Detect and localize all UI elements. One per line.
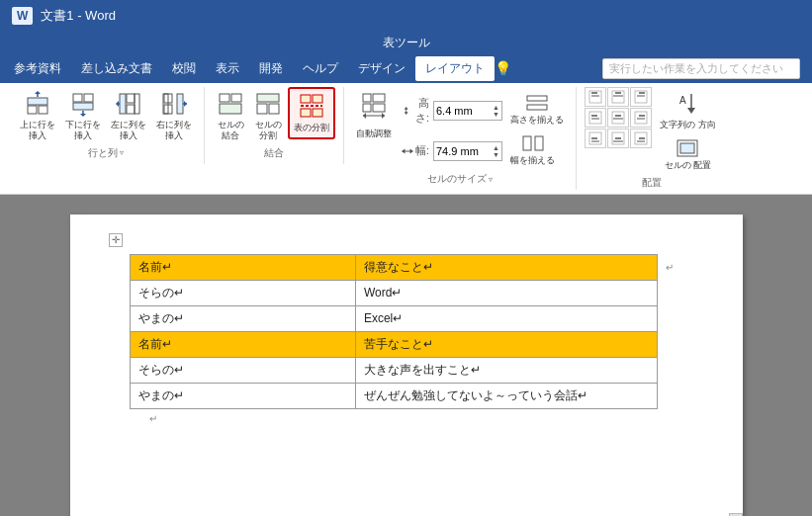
align-row-top: [585, 87, 652, 107]
rows-columns-buttons: 上に行を挿入 下に行を挿入: [16, 87, 196, 144]
title-text: 文書1 - Word: [41, 7, 116, 25]
svg-marker-79: [687, 108, 695, 114]
svg-marker-46: [402, 148, 405, 153]
align-top-center-button[interactable]: [607, 87, 629, 107]
svg-rect-28: [301, 95, 311, 103]
menu-developer[interactable]: 開発: [249, 56, 293, 81]
svg-rect-35: [363, 104, 371, 112]
para-cell: [658, 357, 682, 383]
insert-right-button[interactable]: 右に列を挿入: [152, 87, 196, 144]
menu-design[interactable]: デザイン: [348, 56, 415, 81]
ribbon: 上に行を挿入 下に行を挿入: [0, 83, 812, 195]
table-cell: そらの↵: [130, 280, 355, 305]
align-row-middle: [585, 108, 652, 128]
equalize-width-label: 幅を揃える: [510, 154, 555, 167]
width-spinner[interactable]: ▲▼: [493, 144, 499, 158]
height-label: 高さ:: [402, 96, 429, 126]
svg-rect-44: [527, 105, 547, 110]
svg-marker-21: [184, 101, 187, 107]
split-cells-button[interactable]: セルの分割: [250, 87, 286, 144]
svg-rect-59: [589, 112, 601, 124]
menu-help[interactable]: ヘルプ: [293, 56, 348, 81]
table-cell: やまの↵: [130, 383, 355, 408]
alignment-group: A 文字列の 方向 セルの 配置 配置: [577, 87, 728, 194]
merge-cells-button[interactable]: セルの結合: [213, 87, 248, 144]
table-cell: 得意なこと↵: [355, 254, 658, 280]
rows-columns-label: 行と列 ▿: [88, 146, 124, 160]
menu-review[interactable]: 校閲: [162, 56, 206, 81]
search-box[interactable]: 実行したい作業を入力してください: [602, 58, 800, 79]
height-icon: [402, 105, 410, 117]
menu-mailings[interactable]: 差し込み文書: [71, 56, 162, 81]
align-middle-center-button[interactable]: [607, 108, 629, 128]
svg-rect-49: [535, 136, 543, 150]
split-table-button[interactable]: 表の分割: [288, 87, 335, 139]
auto-fit-icon: [360, 90, 388, 126]
rows-columns-group: 上に行を挿入 下に行を挿入: [8, 87, 205, 164]
table-tools-bar: 表ツール: [0, 32, 812, 53]
align-middle-right-button[interactable]: [630, 108, 652, 128]
para-cell: [658, 305, 682, 331]
svg-rect-33: [363, 94, 371, 102]
table-cell: ぜんぜん勉強してないよ～っていう会話↵: [355, 383, 658, 408]
svg-rect-19: [177, 94, 183, 114]
cell-size-group: 自動調整 高さ: 6.4 mm ▲▼: [344, 87, 577, 190]
text-direction-label: 文字列の 方向: [660, 120, 716, 130]
width-row: 幅: 74.9 mm ▲▼ 幅を揃える: [402, 131, 568, 170]
cell-margins-label: セルの 配置: [665, 160, 712, 171]
insert-left-button[interactable]: 左に列を挿入: [107, 87, 150, 144]
svg-rect-26: [257, 104, 267, 114]
svg-marker-38: [363, 113, 366, 119]
svg-rect-25: [257, 94, 279, 102]
merge-label: 結合: [264, 146, 284, 160]
table-move-handle[interactable]: ✛: [109, 233, 123, 247]
svg-rect-43: [527, 96, 547, 101]
align-top-left-button[interactable]: [585, 87, 606, 107]
width-input[interactable]: 74.9 mm ▲▼: [433, 141, 502, 161]
word-icon: W: [12, 7, 33, 25]
align-middle-left-button[interactable]: [585, 108, 606, 128]
svg-rect-7: [73, 103, 93, 110]
table-cell: やまの↵: [130, 305, 355, 331]
search-placeholder: 実行したい作業を入力してください: [609, 61, 783, 76]
rows-columns-expand-icon[interactable]: ▿: [120, 148, 124, 157]
align-bottom-center-button[interactable]: [607, 129, 629, 148]
table-cell: Word↵: [355, 280, 658, 305]
svg-rect-27: [269, 104, 279, 114]
svg-marker-39: [382, 113, 385, 119]
svg-text:A: A: [679, 95, 686, 106]
text-direction-button[interactable]: A 文字列の 方向: [656, 87, 720, 133]
lightbulb-icon: 💡: [495, 60, 511, 76]
svg-marker-47: [410, 148, 413, 153]
height-spinner[interactable]: ▲▼: [493, 104, 499, 118]
width-icon: [402, 145, 413, 157]
insert-below-icon: [69, 90, 97, 118]
align-top-right-button[interactable]: [630, 87, 652, 107]
cell-size-label: セルのサイズ ▿: [427, 172, 493, 186]
title-bar: W 文書1 - Word: [0, 0, 812, 32]
equalize-width-button[interactable]: 幅を揃える: [506, 131, 559, 170]
table-cell: 名前↵: [130, 331, 355, 357]
menu-references[interactable]: 参考資料: [4, 56, 71, 81]
align-bottom-right-button[interactable]: [630, 129, 652, 148]
menu-view[interactable]: 表示: [206, 56, 249, 81]
svg-rect-13: [120, 94, 126, 114]
auto-fit-button[interactable]: 自動調整: [352, 87, 396, 143]
insert-left-icon: [115, 90, 142, 118]
height-row: 高さ: 6.4 mm ▲▼ 高さを揃える: [402, 91, 568, 129]
svg-marker-4: [35, 91, 41, 94]
table-row: 名前↵ 得意なこと↵ ↵: [130, 254, 682, 280]
insert-below-button[interactable]: 下に行を挿入: [61, 87, 105, 144]
insert-above-button[interactable]: 上に行を挿入: [16, 87, 59, 144]
cell-margins-button[interactable]: セルの 配置: [656, 135, 720, 174]
svg-marker-9: [80, 114, 86, 117]
size-inputs: 高さ: 6.4 mm ▲▼ 高さを揃える: [402, 91, 568, 170]
svg-rect-29: [313, 95, 322, 103]
align-row-bottom: [585, 129, 652, 148]
insert-left-label: 左に列を挿入: [111, 120, 146, 141]
equalize-height-button[interactable]: 高さを揃える: [506, 91, 568, 129]
align-bottom-left-button[interactable]: [585, 129, 606, 148]
height-input[interactable]: 6.4 mm ▲▼: [433, 101, 502, 121]
cell-size-expand-icon[interactable]: ▿: [489, 175, 493, 184]
menu-layout[interactable]: レイアウト: [415, 56, 495, 81]
